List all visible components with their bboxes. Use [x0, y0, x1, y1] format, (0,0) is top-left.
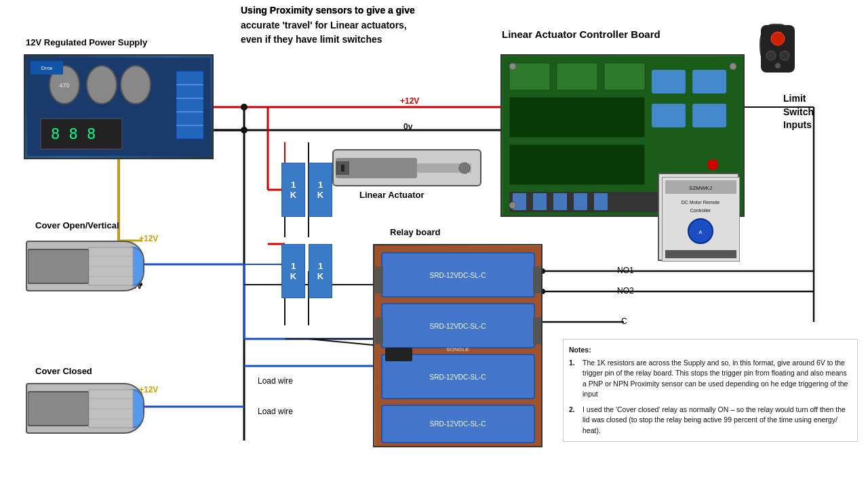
svg-rect-112 [28, 392, 89, 426]
svg-point-125 [775, 63, 781, 68]
svg-text:A: A [698, 229, 703, 235]
svg-rect-57 [176, 71, 203, 139]
svg-point-80 [730, 63, 736, 70]
svg-text:SRD-12VDC-SL-C: SRD-12VDC-SL-C [429, 373, 486, 381]
svg-rect-77 [594, 193, 608, 210]
cover-open-12v-label: +12V [139, 234, 158, 243]
limit-switch-label: Limit Switch Inputs [783, 92, 814, 132]
diagram-container: Using Proximity sensors to give a give 1… [0, 0, 868, 488]
note-1: The 1K resistors are across the Supply a… [583, 358, 852, 399]
svg-rect-76 [574, 193, 587, 210]
svg-rect-98 [375, 266, 383, 293]
svg-rect-71 [692, 104, 726, 127]
heading-line2: accurate 'travel' for Linear actuators, [241, 18, 505, 33]
svg-point-124 [780, 51, 789, 60]
svg-rect-101 [533, 317, 541, 344]
relay-board-label: Relay board [390, 227, 440, 237]
controller-board-label: Linear Actuator Controller Board [502, 28, 660, 40]
linear-actuator-image [332, 149, 481, 186]
svg-text:SRD-12VDC-SL-C: SRD-12VDC-SL-C [429, 420, 486, 428]
resistor-r2: 1 K [309, 163, 332, 217]
svg-point-122 [771, 32, 785, 45]
svg-text:Controller: Controller [690, 208, 711, 213]
plus12v-label-top: +12V [400, 96, 419, 106]
svg-rect-99 [375, 317, 383, 344]
note-2: I used the 'Cover closed' relay as norma… [583, 405, 852, 436]
svg-text:SRD-12VDC-SL-C: SRD-12VDC-SL-C [429, 323, 486, 330]
cover-closed-label: Cover Closed [35, 366, 92, 376]
svg-rect-75 [553, 193, 567, 210]
svg-rect-68 [652, 70, 686, 94]
svg-rect-86 [341, 165, 344, 171]
svg-rect-97 [385, 348, 412, 361]
svg-text:Drок: Drок [41, 65, 53, 71]
cover-open-sensor-image [26, 241, 144, 291]
cover-closed-sensor-image [26, 383, 144, 434]
svg-rect-74 [533, 193, 547, 210]
notes-header: Notes: [569, 345, 852, 355]
resistor-r3: 1 K [281, 244, 305, 298]
svg-rect-67 [509, 144, 645, 185]
main-heading: Using Proximity sensors to give a give a… [241, 3, 505, 47]
svg-rect-66 [509, 97, 645, 138]
svg-text:470: 470 [59, 82, 69, 89]
svg-point-87 [459, 163, 470, 174]
svg-text:8 8 8: 8 8 8 [51, 125, 96, 142]
svg-rect-103 [28, 249, 89, 283]
svg-rect-65 [604, 63, 645, 90]
svg-rect-70 [652, 104, 686, 127]
relay-board-image: SRD-12VDC-SL-C SRD-12VDC-SL-C SRD-12VDC-… [373, 244, 542, 447]
cover-open-label: Cover Open/Vertical [35, 220, 119, 230]
svg-point-50 [87, 66, 117, 104]
no2-label: NO2 [617, 286, 634, 296]
zero-v-label-top: 0v [403, 122, 412, 131]
heading-line3: even if they have limit switches [241, 33, 505, 47]
svg-point-81 [509, 202, 516, 209]
notes-box: Notes: 1. The 1K resistors are across th… [563, 339, 858, 442]
resistor-r1: 1 K [281, 163, 305, 217]
svg-point-9 [241, 127, 248, 134]
heading-line1: Using Proximity sensors to give a give [241, 3, 505, 18]
psu-image: 470 Drок 8 8 8 [24, 54, 214, 159]
svg-text:SRD-12VDC-SL-C: SRD-12VDC-SL-C [429, 272, 486, 279]
svg-rect-100 [533, 266, 541, 293]
svg-point-79 [509, 63, 516, 70]
no1-label: NO1 [617, 266, 634, 275]
svg-rect-133 [665, 250, 736, 258]
svg-text:DC Motor Remote: DC Motor Remote [682, 200, 720, 205]
svg-rect-69 [692, 70, 726, 94]
svg-text:SONGLE: SONGLE [446, 346, 469, 352]
svg-point-8 [241, 104, 248, 110]
load-wire-1-label: Load wire [258, 376, 293, 386]
dc-motor-controller: SZMWKJ DC Motor Remote Controller A [658, 173, 739, 261]
svg-line-44 [309, 339, 380, 346]
svg-point-123 [766, 51, 776, 60]
linear-actuator-label: Linear Actuator [359, 190, 425, 200]
svg-text:SZMWKJ: SZMWKJ [689, 185, 712, 191]
remote-fob [760, 24, 793, 71]
svg-point-78 [707, 159, 718, 170]
psu-label: 12V Regulated Power Supply [26, 37, 147, 47]
resistor-r4: 1 K [309, 244, 332, 298]
svg-point-51 [121, 66, 151, 104]
c-label: C [621, 317, 627, 326]
svg-rect-64 [557, 63, 597, 90]
load-wire-2-label: Load wire [258, 407, 293, 416]
